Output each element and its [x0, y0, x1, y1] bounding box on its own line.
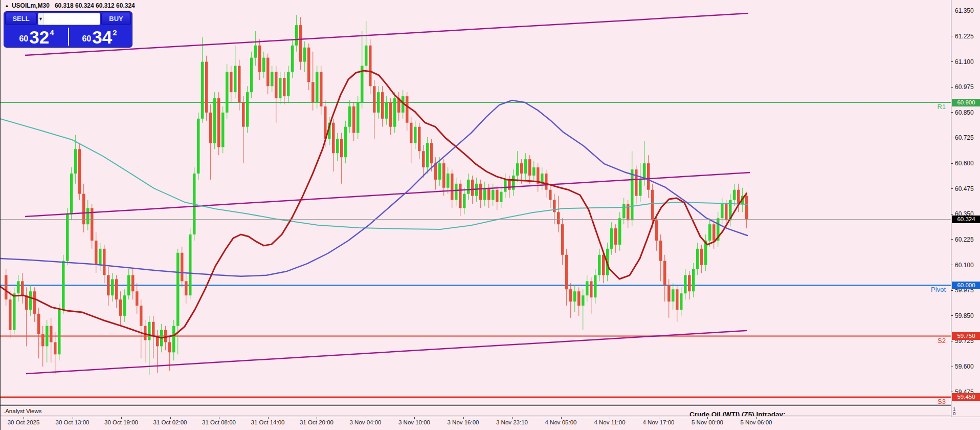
price-tick-label: 60.975 — [955, 83, 974, 91]
candle — [512, 176, 515, 190]
candle — [9, 299, 12, 330]
time-tick — [756, 417, 757, 419]
candle — [336, 139, 339, 153]
candlestick-chart[interactable]: R1PivotS2S3 — [1, 0, 951, 404]
candle — [46, 326, 49, 347]
time-tick-label: 5 Nov 00:00 — [692, 419, 723, 425]
candle — [622, 204, 626, 219]
candle — [205, 62, 208, 113]
candle — [340, 139, 343, 157]
candle — [311, 82, 315, 102]
candle — [258, 46, 261, 72]
chart-plot-area[interactable]: R1PivotS2S3 — [1, 0, 951, 404]
level-label-pivot: Pivot — [931, 286, 946, 293]
sell-price-main: 32 — [29, 29, 49, 46]
sell-button[interactable]: SELL — [5, 13, 37, 25]
candle — [745, 196, 748, 220]
time-tick — [610, 417, 610, 419]
candle — [708, 224, 711, 241]
candle — [483, 188, 486, 200]
candle — [426, 143, 429, 167]
candle — [54, 342, 57, 354]
candle — [131, 275, 135, 291]
candle — [385, 102, 388, 119]
price-tick — [951, 341, 953, 341]
candle — [573, 291, 576, 302]
collapse-panel-icon[interactable]: ▲ — [5, 3, 9, 8]
candle — [283, 78, 286, 96]
price-tick — [951, 367, 953, 367]
sell-price-prefix: 60 — [19, 34, 28, 44]
candle — [680, 293, 683, 310]
candle — [447, 174, 450, 188]
price-tick — [951, 87, 953, 88]
time-tick-label: 4 Nov 11:00 — [594, 419, 625, 425]
candle — [451, 174, 454, 200]
candle — [21, 281, 24, 295]
candle — [140, 306, 143, 326]
candle — [279, 78, 282, 98]
candle — [25, 295, 28, 310]
time-tick-label: 30 Oct 2025 — [8, 419, 40, 425]
candle — [455, 184, 458, 200]
candle — [692, 269, 695, 292]
candle — [496, 190, 499, 202]
candle — [266, 58, 270, 87]
one-click-trading-panel: SELL ▼ ▲ BUY 60 32 4 60 34 2 — [4, 11, 132, 48]
buy-button[interactable]: BUY — [101, 13, 131, 25]
candle — [275, 72, 278, 98]
time-tick — [463, 417, 464, 419]
pane-splitter[interactable] — [1, 404, 951, 404]
candle — [737, 190, 740, 204]
volume-input[interactable] — [43, 13, 100, 25]
time-tick — [121, 417, 122, 419]
candle — [246, 92, 249, 126]
candle — [602, 255, 605, 275]
candle — [221, 113, 225, 147]
candle — [332, 123, 335, 154]
time-tick-label: 30 Oct 19:00 — [104, 419, 138, 425]
price-tick — [951, 61, 953, 62]
price-tick — [951, 36, 953, 36]
candle — [213, 98, 216, 143]
level-label-r1: R1 — [937, 103, 946, 111]
candle — [635, 169, 638, 196]
candle — [262, 58, 265, 72]
candle — [528, 159, 531, 176]
channel-trendline[interactable] — [25, 13, 748, 55]
price-tick-label: 59.600 — [955, 363, 974, 370]
candle — [590, 281, 593, 297]
candle — [58, 310, 61, 354]
time-tick — [707, 417, 708, 419]
candle — [189, 234, 192, 295]
candle — [508, 180, 511, 190]
price-badge-60.900: 60.900 — [952, 99, 980, 106]
candle — [37, 314, 40, 334]
candle — [725, 204, 728, 221]
price-tick-label: 60.225 — [955, 236, 974, 243]
price-tick-label: 60.100 — [955, 262, 974, 269]
candle — [487, 188, 491, 200]
time-axis-line — [1, 417, 980, 417]
time-axis[interactable]: 30 Oct 202530 Oct 13:0030 Oct 19:0031 Oc… — [1, 417, 980, 430]
candle — [127, 275, 130, 295]
candle — [369, 46, 372, 86]
buy-price-display[interactable]: 60 34 2 — [68, 26, 131, 47]
time-tick-label: 3 Nov 10:00 — [398, 419, 430, 425]
sell-price-display[interactable]: 60 32 4 — [5, 26, 68, 47]
candle — [561, 224, 564, 255]
candle — [78, 149, 81, 193]
candle — [344, 127, 347, 158]
price-axis[interactable]: 61.35061.22561.10060.97560.85060.72560.6… — [951, 0, 980, 417]
candle — [569, 289, 572, 302]
candle — [471, 180, 474, 196]
candle — [197, 119, 200, 174]
price-tick — [951, 315, 953, 316]
volume-decrease-button[interactable]: ▼ — [38, 13, 43, 25]
candle — [504, 180, 507, 192]
buy-price-sup: 2 — [113, 28, 117, 37]
price-badge-59.750: 59.750 — [952, 332, 980, 340]
channel-trendline[interactable] — [26, 331, 747, 374]
ohlc-values: 60.318 60.324 60.312 60.324 — [55, 2, 135, 9]
candle — [115, 279, 118, 299]
